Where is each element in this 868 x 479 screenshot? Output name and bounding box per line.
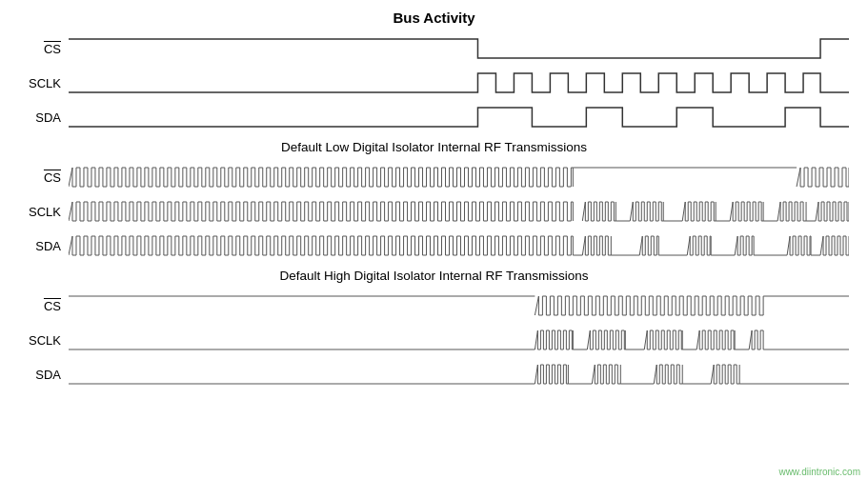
waveform-cs-3 — [69, 291, 849, 320]
waveform-sclk-2 — [69, 197, 849, 226]
label-cs-3: CS — [19, 299, 69, 313]
waveform-sclk-3 — [69, 326, 849, 354]
label-sda-2: SDA — [19, 239, 69, 253]
title-default-high: Default High Digital Isolator Internal R… — [19, 269, 849, 283]
section-default-high: Default High Digital Isolator Internal R… — [19, 269, 849, 391]
title-bus-activity: Bus Activity — [19, 10, 849, 26]
signal-row-sclk-1: SCLK — [19, 66, 849, 100]
label-cs-1: CS — [19, 42, 69, 56]
waveform-sclk-1 — [69, 69, 849, 97]
label-cs-2: CS — [19, 170, 69, 185]
label-sclk-1: SCLK — [19, 76, 69, 90]
signal-row-sclk-2: SCLK — [19, 194, 849, 229]
waveform-cs-1 — [69, 34, 849, 63]
waveform-cs-2 — [69, 163, 849, 191]
signal-row-sda-1: SDA — [19, 100, 849, 134]
signal-row-sda-3: SDA — [19, 357, 849, 391]
label-sclk-2: SCLK — [19, 205, 69, 219]
signal-row-sda-2: SDA — [19, 229, 849, 263]
waveform-sda-1 — [69, 103, 849, 131]
signal-row-cs-3: CS — [19, 289, 849, 323]
label-sda-3: SDA — [19, 368, 69, 382]
section-default-low: Default Low Digital Isolator Internal RF… — [19, 140, 849, 263]
watermark: www.diintronic.com — [778, 467, 860, 477]
diagram-container: Bus Activity CS SCLK SDA — [0, 0, 868, 479]
title-default-low: Default Low Digital Isolator Internal RF… — [19, 140, 849, 154]
signal-row-cs-1: CS — [19, 31, 849, 66]
section-bus-activity: Bus Activity CS SCLK SDA — [19, 10, 849, 134]
waveform-sda-3 — [69, 360, 849, 389]
waveform-sda-2 — [69, 231, 849, 260]
label-sda-1: SDA — [19, 110, 69, 125]
label-sclk-3: SCLK — [19, 333, 69, 348]
signal-row-cs-2: CS — [19, 160, 849, 194]
signal-row-sclk-3: SCLK — [19, 323, 849, 357]
